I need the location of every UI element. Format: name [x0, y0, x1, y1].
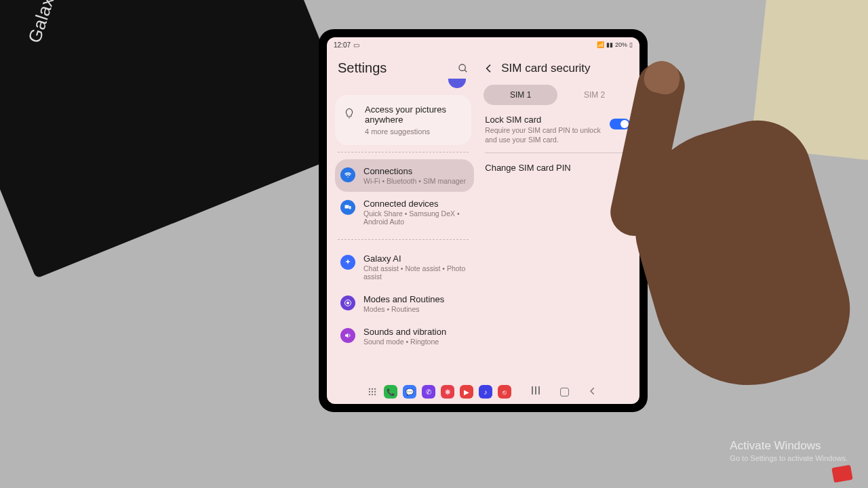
settings-item-subtitle: Modes • Routines	[363, 305, 444, 313]
change-pin-row[interactable]: Change SIM card PIN	[481, 153, 634, 181]
recents-button[interactable]	[530, 386, 541, 397]
svg-point-12	[369, 394, 370, 395]
sound-icon	[340, 328, 355, 343]
suggestion-title: Access your picturesanywhere	[365, 104, 446, 125]
lock-sim-row[interactable]: Lock SIM card Require your SIM card PIN …	[481, 105, 634, 152]
navigation-bar: 📞 💬 ✆ ❋ ▶ ♪ ⎋	[327, 380, 639, 404]
svg-point-7	[372, 388, 373, 390]
tab-sim1[interactable]: SIM 1	[484, 85, 557, 105]
dock-app-viber[interactable]: ✆	[422, 385, 435, 399]
back-button[interactable]	[588, 386, 599, 397]
apps-grid-icon[interactable]	[368, 387, 377, 396]
lock-sim-toggle[interactable]	[610, 119, 630, 129]
lightbulb-icon	[343, 107, 355, 119]
clock: 12:07	[334, 41, 351, 49]
settings-item-connections[interactable]: Connections Wi-Fi • Bluetooth • SIM mana…	[335, 159, 474, 192]
battery-text: 20%	[615, 41, 627, 48]
lock-sim-title: Lock SIM card	[485, 115, 603, 125]
dock-app-6[interactable]: ♪	[479, 385, 492, 399]
svg-point-4	[347, 302, 349, 304]
settings-item-subtitle: Wi-Fi • Bluetooth • SIM manager	[363, 177, 466, 185]
settings-master-pane: Settings Access your picturesanywhere 4 …	[327, 52, 477, 380]
settings-item-modes[interactable]: Modes and Routines Modes • Routines	[335, 287, 471, 320]
back-icon[interactable]	[484, 63, 494, 74]
svg-point-8	[374, 388, 376, 390]
svg-point-14	[374, 394, 376, 395]
svg-point-0	[459, 64, 465, 70]
box-label: Galaxy Z Fold6	[24, 0, 82, 45]
suggestion-card[interactable]: Access your picturesanywhere 4 more sugg…	[335, 95, 471, 145]
wifi-icon	[340, 167, 355, 182]
page-title: SIM card security	[501, 62, 590, 75]
svg-line-1	[465, 70, 467, 72]
wifi-icon: 📶	[597, 41, 604, 48]
sim-tabs: SIM 1 SIM 2	[481, 85, 634, 105]
svg-point-10	[372, 391, 373, 392]
tablet-screen: 12:07 ▭ 📶 ▮▮ 20% ▯ Settings	[327, 37, 639, 404]
settings-detail-pane: SIM card security SIM 1 SIM 2 Lock SIM c…	[477, 52, 639, 380]
svg-rect-2	[345, 205, 349, 209]
tab-sim2[interactable]: SIM 2	[557, 85, 631, 105]
dock-app-4[interactable]: ❋	[441, 385, 454, 399]
app-dock: 📞 💬 ✆ ❋ ▶ ♪ ⎋	[384, 385, 511, 399]
svg-point-13	[372, 394, 373, 395]
dock-app-youtube[interactable]: ▶	[460, 385, 473, 399]
settings-item-title: Modes and Routines	[363, 294, 444, 304]
settings-item-sounds[interactable]: Sounds and vibration Sound mode • Ringto…	[335, 320, 471, 352]
notification-icon: ▭	[353, 41, 359, 49]
svg-point-9	[369, 391, 370, 392]
settings-item-galaxy-ai[interactable]: Galaxy AI Chat assist • Note assist • Ph…	[335, 247, 471, 287]
svg-point-6	[369, 388, 370, 390]
settings-item-title: Galaxy AI	[363, 253, 466, 264]
status-bar: 12:07 ▭ 📶 ▮▮ 20% ▯	[327, 37, 639, 52]
settings-item-connected-devices[interactable]: Connected devices Quick Share • Samsung …	[335, 192, 471, 232]
settings-item-title: Connections	[363, 166, 466, 176]
home-button[interactable]	[560, 388, 569, 396]
settings-item-title: Sounds and vibration	[363, 327, 446, 337]
change-pin-title: Change SIM card PIN	[485, 163, 570, 173]
tablet-frame: 12:07 ▭ 📶 ▮▮ 20% ▯ Settings	[319, 29, 648, 412]
signal-icon: ▮▮	[606, 41, 613, 48]
divider	[338, 152, 469, 152]
devices-icon	[340, 200, 355, 215]
suggestion-more: 4 more suggestions	[365, 127, 446, 136]
search-icon[interactable]	[458, 63, 469, 74]
dock-app-messages[interactable]: 💬	[403, 385, 416, 399]
battery-icon: ▯	[629, 41, 633, 48]
settings-item-subtitle: Sound mode • Ringtone	[363, 338, 446, 346]
product-box: Galaxy Z Fold6	[0, 0, 363, 279]
activate-windows-watermark: Activate Windows Go to Settings to activ…	[730, 439, 848, 462]
svg-point-11	[374, 391, 376, 392]
dock-app-7[interactable]: ⎋	[498, 385, 511, 399]
settings-item-subtitle: Quick Share • Samsung DeX • Android Auto	[363, 209, 466, 226]
settings-item-title: Connected devices	[363, 199, 466, 209]
settings-item-subtitle: Chat assist • Note assist • Photo assist	[363, 264, 466, 281]
svg-rect-3	[349, 206, 351, 209]
lock-sim-desc: Require your SIM card PIN to unlock and …	[485, 126, 603, 144]
ai-icon	[340, 255, 355, 270]
channel-logo	[831, 465, 852, 483]
account-avatar[interactable]	[335, 79, 471, 88]
dock-app-phone[interactable]: 📞	[384, 385, 397, 399]
desk-object	[751, 0, 868, 163]
modes-icon	[340, 296, 355, 310]
divider	[338, 239, 469, 240]
settings-title: Settings	[338, 60, 387, 76]
